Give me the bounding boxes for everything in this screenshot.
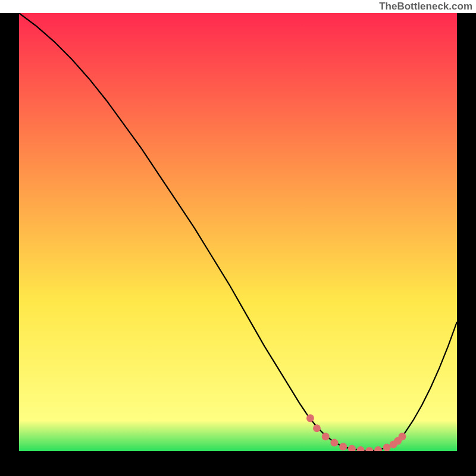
marker-point [399,433,406,440]
gradient-background [19,13,457,451]
marker-point [383,444,391,451]
chart-svg [19,13,457,451]
marker-point [322,433,330,440]
chart-frame: TheBottleneck.com [0,0,476,476]
marker-point [339,443,347,450]
plot-area [19,13,457,451]
marker-point [313,424,321,432]
marker-point [330,439,338,447]
marker-point [306,414,314,422]
attribution-text: TheBottleneck.com [0,0,476,13]
